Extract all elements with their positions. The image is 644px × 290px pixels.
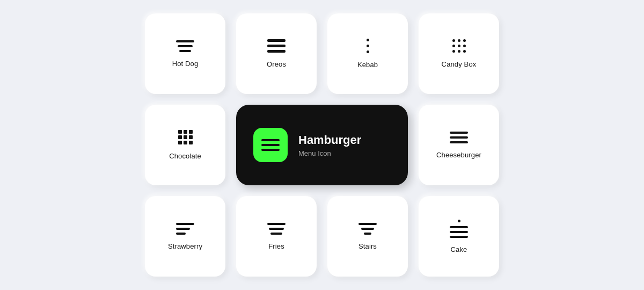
- card-kebab[interactable]: Kebab: [327, 13, 408, 94]
- card-cake-label: Cake: [451, 245, 467, 253]
- card-hot-dog-label: Hot Dog: [172, 60, 199, 68]
- icon-grid: Hot Dog Oreos Kebab Candy Box: [145, 13, 499, 277]
- hamburger-text: Hamburger Menu Icon: [298, 133, 361, 157]
- stairs-icon: [358, 223, 377, 235]
- card-cake[interactable]: Cake: [419, 196, 499, 277]
- hamburger-icon: [261, 139, 280, 151]
- card-hot-dog[interactable]: Hot Dog: [145, 13, 225, 94]
- oreos-icon: [267, 39, 286, 53]
- card-chocolate[interactable]: Chocolate: [145, 105, 225, 185]
- card-fries-label: Fries: [268, 242, 284, 250]
- kebab-icon: [367, 39, 369, 53]
- card-strawberry[interactable]: Strawberry: [145, 196, 225, 277]
- card-strawberry-label: Strawberry: [168, 242, 202, 250]
- card-cheeseburger[interactable]: Cheeseburger: [419, 105, 499, 185]
- candybox-icon: [452, 39, 466, 53]
- card-candy-box-label: Candy Box: [442, 60, 477, 68]
- hamburger-subtitle: Menu Icon: [298, 149, 361, 157]
- card-fries[interactable]: Fries: [236, 196, 317, 277]
- card-stairs[interactable]: Stairs: [327, 196, 408, 277]
- cheeseburger-icon: [450, 132, 468, 143]
- card-hamburger-featured[interactable]: Hamburger Menu Icon: [236, 105, 408, 185]
- cake-icon: [450, 220, 468, 238]
- hamburger-title: Hamburger: [298, 133, 361, 147]
- card-oreos-label: Oreos: [267, 60, 286, 68]
- fries-icon: [267, 223, 286, 235]
- card-oreos[interactable]: Oreos: [236, 13, 317, 94]
- chocolate-icon: [178, 130, 193, 144]
- hamburger-green-badge: [253, 128, 288, 162]
- card-cheeseburger-label: Cheeseburger: [436, 151, 481, 159]
- card-stairs-label: Stairs: [358, 242, 377, 250]
- card-candy-box[interactable]: Candy Box: [419, 13, 499, 94]
- card-chocolate-label: Chocolate: [169, 152, 201, 160]
- hotdog-icon: [176, 40, 194, 52]
- strawberry-icon: [176, 223, 194, 235]
- card-kebab-label: Kebab: [357, 61, 378, 69]
